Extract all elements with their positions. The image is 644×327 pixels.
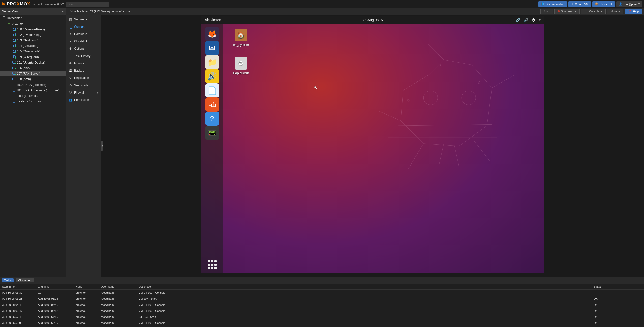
col-start-time[interactable]: Start Time ↓ — [0, 285, 38, 288]
submenu-cloud-init[interactable]: ☁Cloud-Init — [66, 38, 101, 45]
start-button[interactable]: Start — [540, 9, 553, 14]
logo-x-icon: ✖ — [2, 1, 5, 7]
submenu-task-history[interactable]: ☰Task History — [66, 52, 101, 60]
submenu-console[interactable]: >_Console — [66, 23, 101, 30]
vm-console[interactable]: Aktivitäten 30. Aug 08:07 🔗 🔊 ⏻ — [201, 16, 544, 273]
shutdown-button[interactable]: Shutdown — [554, 9, 580, 14]
col-user[interactable]: User name — [101, 285, 139, 288]
version-label: Virtual Environment 6.3-2 — [33, 3, 64, 6]
task-row[interactable]: Aug 30 06:55:03Aug 30 06:55:19proxmoxroo… — [0, 320, 644, 326]
col-description[interactable]: Description — [139, 285, 594, 288]
activities-button[interactable]: Aktivitäten — [205, 18, 221, 22]
submenu-firewall[interactable]: 🛡Firewall▶ — [66, 89, 101, 96]
tree-guest-109[interactable]: 109 (Wireguard) — [0, 54, 66, 60]
desktop-trash[interactable]: ♻ Papierkorb — [233, 57, 249, 75]
task-table-body: Aug 30 08:06:30proxmoxroot@pamVM/CT 107 … — [0, 290, 644, 327]
submenu-monitor[interactable]: 👁Monitor — [66, 60, 101, 67]
sync-icon: ↻ — [69, 76, 72, 80]
user-icon: 👤 — [619, 2, 622, 6]
ubuntu-desktop: 🦊✉📁🔊📄🛍?📟 🏠 ea_system ♻ Papierkorb ↖ — [201, 24, 544, 273]
submenu-options[interactable]: ⚙Options — [66, 45, 101, 52]
tree-guest-106[interactable]: 106 (oh2) — [0, 65, 66, 71]
tree-datacenter[interactable]: 🗄Datacenter — [0, 15, 66, 21]
server-view-select[interactable]: Server View — [0, 8, 66, 15]
page-title: Virtual Machine 107 (FAX-Server) on node… — [66, 8, 540, 15]
task-row[interactable]: Aug 30 08:04:43Aug 30 08:04:46proxmoxroo… — [0, 302, 644, 308]
create-vm-button[interactable]: 🖥Create VM — [568, 1, 591, 7]
submenu-snapshots[interactable]: ⟲Snapshots — [66, 81, 101, 89]
vm-submenu: ▤Summary>_Console🖥Hardware☁Cloud-Init⚙Op… — [66, 15, 101, 277]
more-button[interactable]: More — [607, 9, 623, 14]
top-header: ✖ PROXMOX Virtual Environment 6.3-2 📘Doc… — [0, 0, 644, 8]
storage-icon: 🗄 — [12, 89, 16, 92]
tree-guest-100[interactable]: 100 (Reverse-Proxy) — [0, 26, 66, 32]
submenu-summary[interactable]: ▤Summary — [66, 16, 101, 23]
tree-storage[interactable]: 🗄local (proxmox) — [0, 93, 66, 99]
chevron-down-icon[interactable] — [539, 19, 541, 21]
lxc-icon — [12, 55, 16, 59]
storage-icon: 🗄 — [12, 83, 16, 87]
chart-icon: ▤ — [69, 18, 72, 21]
collapse-handle[interactable]: ◀ — [101, 141, 103, 151]
storage-icon: 🗄 — [12, 94, 16, 98]
tree-guest-103[interactable]: 103 (Nextcloud) — [0, 38, 66, 43]
help-icon: ❓ — [628, 10, 632, 13]
submenu-hardware[interactable]: 🖥Hardware — [66, 30, 101, 38]
list-icon: ☰ — [69, 54, 72, 58]
tree-guest-104[interactable]: 104 (Bitwarden) — [0, 43, 66, 49]
chevron-down-icon — [618, 11, 620, 12]
user-menu-button[interactable]: 👤root@pam — [616, 1, 642, 7]
search-input[interactable] — [66, 2, 109, 7]
cloud-icon: ☁ — [69, 40, 72, 43]
home-folder-icon: 🏠 — [235, 29, 247, 41]
task-row[interactable]: Aug 30 08:06:30proxmoxroot@pamVM/CT 107 … — [0, 290, 644, 296]
power-icon[interactable]: ⏻ — [532, 18, 535, 22]
task-row[interactable]: Aug 30 08:03:47Aug 30 08:03:52proxmoxroo… — [0, 308, 644, 314]
tree-storage[interactable]: 🗄local-zfs (proxmox) — [0, 99, 66, 104]
tree-guest-108[interactable]: 108 (Arch) — [0, 76, 66, 82]
cube-icon: 📦 — [595, 2, 598, 6]
datacenter-icon: 🗄 — [2, 16, 6, 20]
lxc-icon — [12, 33, 16, 37]
volume-icon[interactable]: 🔊 — [524, 18, 528, 22]
task-table-header: Start Time ↓ End Time Node User name Des… — [0, 284, 644, 290]
documentation-button[interactable]: 📘Documentation — [538, 1, 567, 7]
tree-guest-102[interactable]: 102 (InvoiceNinja) — [0, 32, 66, 38]
history-icon: ⟲ — [69, 84, 72, 87]
ubuntu-clock[interactable]: 30. Aug 08:07 — [362, 18, 383, 22]
col-end-time[interactable]: End Time — [38, 285, 76, 288]
network-icon[interactable]: 🔗 — [516, 18, 520, 22]
eye-icon: 👁 — [69, 62, 72, 65]
help-button[interactable]: ❓Help — [625, 9, 642, 14]
storage-icon: 🗄 — [12, 100, 16, 103]
tab-cluster-log[interactable]: Cluster log — [16, 278, 34, 282]
tree-guest-105[interactable]: 105 (Guacamole) — [0, 49, 66, 54]
task-row[interactable]: Aug 30 08:06:23Aug 30 08:06:24proxmoxroo… — [0, 296, 644, 302]
chevron-down-icon — [62, 11, 64, 12]
vm-actions: Start Shutdown >_ Console More ❓Help — [540, 8, 644, 15]
desktop-folder-home[interactable]: 🏠 ea_system — [233, 29, 249, 47]
tree-guest-107[interactable]: 107 (FAX-Server) — [0, 71, 66, 76]
ubuntu-top-bar: Aktivitäten 30. Aug 08:07 🔗 🔊 ⏻ — [201, 16, 544, 24]
desktop-icon: 🖥 — [571, 3, 574, 6]
desktop-area[interactable]: 🏠 ea_system ♻ Papierkorb ↖ — [223, 24, 544, 273]
tree-storage[interactable]: 🗄HOSENAS (proxmox) — [0, 82, 66, 88]
submenu-backup[interactable]: 💾Backup — [66, 67, 101, 74]
task-row[interactable]: Aug 30 06:57:49Aug 30 06:57:50proxmoxroo… — [0, 314, 644, 320]
sub-header: Server View Virtual Machine 107 (FAX-Ser… — [0, 8, 644, 15]
shield-icon: 🛡 — [69, 91, 72, 94]
col-status[interactable]: Status — [594, 285, 644, 288]
console-button[interactable]: >_ Console — [581, 9, 606, 14]
tree-node[interactable]: 🗄proxmox — [0, 21, 66, 26]
tree-storage[interactable]: 🗄HOSENAS_Backups (proxmox) — [0, 88, 66, 93]
tree-guest-101[interactable]: 101 (Ubuntu-Docker) — [0, 60, 66, 65]
tab-tasks[interactable]: Tasks — [2, 278, 14, 282]
task-log-panel: Tasks Cluster log Start Time ↓ End Time … — [0, 277, 644, 327]
create-ct-button[interactable]: 📦Create CT — [592, 1, 615, 7]
chevron-down-icon — [574, 11, 576, 12]
desktop-icon: 🖥 — [69, 32, 72, 36]
main-area: 🗄Datacenter 🗄proxmox 100 (Reverse-Proxy)… — [0, 15, 644, 277]
submenu-replication[interactable]: ↻Replication — [66, 74, 101, 81]
col-node[interactable]: Node — [76, 285, 101, 288]
submenu-permissions[interactable]: 👥Permissions — [66, 96, 101, 103]
